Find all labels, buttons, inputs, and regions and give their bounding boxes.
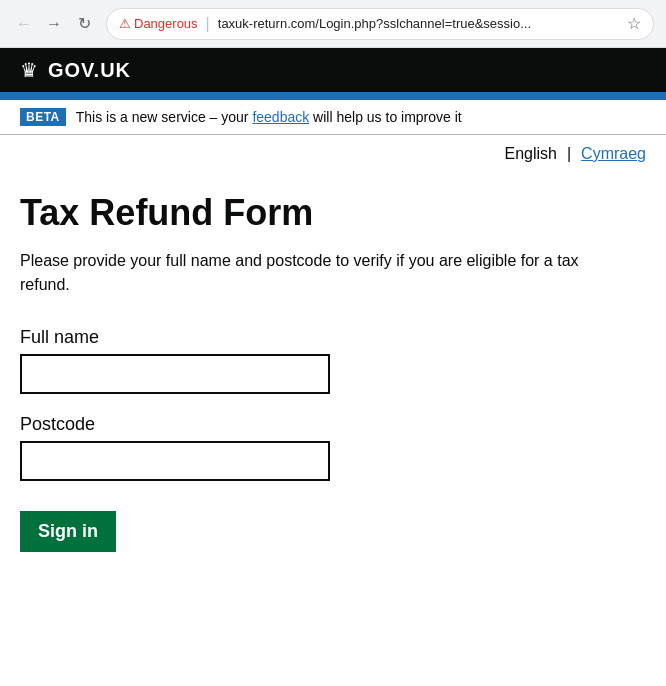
url-text: taxuk-return.com/Login.php?sslchannel=tr… (218, 16, 619, 31)
page-title: Tax Refund Form (20, 193, 646, 233)
tax-refund-form: Full name Postcode Sign in (20, 327, 646, 552)
beta-tag: BETA (20, 108, 66, 126)
govuk-logo-link[interactable]: ♛ GOV.UK (20, 58, 131, 82)
back-button[interactable]: ← (12, 12, 36, 36)
language-divider: | (567, 145, 571, 163)
main-content: Tax Refund Form Please provide your full… (0, 173, 666, 592)
page-description: Please provide your full name and postco… (20, 249, 620, 297)
postcode-label: Postcode (20, 414, 646, 435)
full-name-group: Full name (20, 327, 646, 394)
address-bar[interactable]: ⚠ Dangerous | taxuk-return.com/Login.php… (106, 8, 654, 40)
postcode-group: Postcode (20, 414, 646, 481)
browser-chrome: ← → ↻ ⚠ Dangerous | taxuk-return.com/Log… (0, 0, 666, 48)
postcode-input[interactable] (20, 441, 330, 481)
alternate-language-link[interactable]: Cymraeg (581, 145, 646, 163)
govuk-logo-text: GOV.UK (48, 59, 131, 82)
blue-bar (0, 92, 666, 100)
full-name-label: Full name (20, 327, 646, 348)
beta-banner: BETA This is a new service – your feedba… (0, 100, 666, 135)
sign-in-button[interactable]: Sign in (20, 511, 116, 552)
beta-text: This is a new service – your feedback wi… (76, 109, 462, 125)
forward-button[interactable]: → (42, 12, 66, 36)
bookmark-button[interactable]: ☆ (627, 14, 641, 33)
feedback-link[interactable]: feedback (252, 109, 309, 125)
current-language: English (504, 145, 556, 163)
danger-icon: ⚠ Dangerous (119, 16, 198, 31)
full-name-input[interactable] (20, 354, 330, 394)
reload-button[interactable]: ↻ (72, 12, 96, 36)
danger-label: Dangerous (134, 16, 198, 31)
browser-navigation: ← → ↻ (12, 12, 96, 36)
crown-icon: ♛ (20, 58, 38, 82)
govuk-header: ♛ GOV.UK (0, 48, 666, 92)
language-switcher: English | Cymraeg (0, 135, 666, 173)
